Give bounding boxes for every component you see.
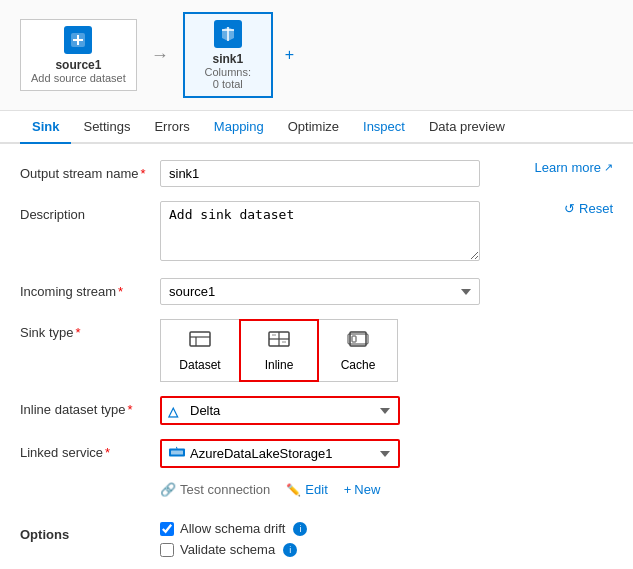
linked-service-select-wrapper: AzureDataLakeStorage1 <box>160 439 400 468</box>
validate-schema-checkbox[interactable] <box>160 543 174 557</box>
sink-type-cache[interactable]: Cache <box>318 319 398 382</box>
pipeline-arrow: → <box>145 45 175 66</box>
incoming-stream-select[interactable]: source1 <box>160 278 480 305</box>
validate-schema-label: Validate schema <box>180 542 275 557</box>
linked-service-label: Linked service* <box>20 439 160 460</box>
inline-dataset-type-row: Inline dataset type* △ Delta <box>20 396 613 425</box>
dataset-icon <box>189 329 211 354</box>
connection-actions-label <box>20 482 160 488</box>
new-button[interactable]: + New <box>344 482 381 497</box>
tab-bar: Sink Settings Errors Mapping Optimize In… <box>0 111 633 144</box>
inline-dataset-type-label: Inline dataset type* <box>20 396 160 417</box>
test-connection-icon: 🔗 <box>160 482 176 497</box>
actions-row: 🔗 Test connection ✏️ Edit + New <box>160 482 613 497</box>
sink-type-group: Dataset Inline Cache <box>160 319 613 382</box>
sink-type-inline[interactable]: Inline <box>239 319 319 382</box>
sink-type-label: Sink type* <box>20 319 160 340</box>
incoming-stream-row: Incoming stream* source1 <box>20 278 613 305</box>
linked-service-select[interactable]: AzureDataLakeStorage1 <box>162 441 398 466</box>
source-icon <box>64 26 92 54</box>
sink-node[interactable]: sink1 Columns: 0 total <box>183 12 273 98</box>
svg-rect-11 <box>352 336 356 342</box>
sink-icon <box>214 20 242 48</box>
sink-type-dataset[interactable]: Dataset <box>160 319 240 382</box>
tab-data-preview[interactable]: Data preview <box>417 111 517 144</box>
sink-type-control: Dataset Inline Cache <box>160 319 613 382</box>
tab-mapping[interactable]: Mapping <box>202 111 276 144</box>
learn-more-link[interactable]: Learn more ↗ <box>535 160 613 175</box>
linked-service-row: Linked service* AzureDataLakeStorage1 <box>20 439 613 468</box>
source-node-sub: Add source dataset <box>31 72 126 84</box>
pipeline-header: source1 Add source dataset → sink1 Colum… <box>0 0 633 111</box>
reset-icon: ↺ <box>564 201 575 216</box>
description-input[interactable]: Add sink dataset <box>160 201 480 261</box>
tab-sink[interactable]: Sink <box>20 111 71 144</box>
connection-actions-control: 🔗 Test connection ✏️ Edit + New <box>160 482 613 507</box>
svg-rect-1 <box>190 332 210 346</box>
tab-settings[interactable]: Settings <box>71 111 142 144</box>
allow-schema-drift-label: Allow schema drift <box>180 521 285 536</box>
plus-icon: + <box>344 482 352 497</box>
source-node[interactable]: source1 Add source dataset <box>20 19 137 91</box>
validate-schema-row: Validate schema i <box>160 542 613 557</box>
edit-button[interactable]: ✏️ Edit <box>286 482 327 497</box>
description-control: Add sink dataset <box>160 201 552 264</box>
allow-schema-drift-checkbox[interactable] <box>160 522 174 536</box>
tab-optimize[interactable]: Optimize <box>276 111 351 144</box>
options-row: Options Allow schema drift i Validate sc… <box>20 521 613 563</box>
sink-node-label: sink1 <box>212 52 243 66</box>
edit-icon: ✏️ <box>286 483 301 497</box>
cache-icon <box>347 329 369 354</box>
test-connection-button[interactable]: 🔗 Test connection <box>160 482 270 497</box>
connection-actions-row: 🔗 Test connection ✏️ Edit + New <box>20 482 613 507</box>
source-node-label: source1 <box>55 58 101 72</box>
output-stream-control <box>160 160 523 187</box>
sink-type-row: Sink type* Dataset Inline <box>20 319 613 382</box>
add-node-button[interactable]: + <box>285 46 294 64</box>
description-label: Description <box>20 201 160 222</box>
inline-dataset-type-select[interactable]: Delta <box>162 398 398 423</box>
linked-service-control: AzureDataLakeStorage1 <box>160 439 613 468</box>
svg-rect-10 <box>348 334 368 344</box>
reset-button[interactable]: ↺ Reset <box>564 201 613 216</box>
incoming-stream-control: source1 <box>160 278 613 305</box>
incoming-stream-label: Incoming stream* <box>20 278 160 299</box>
inline-dataset-select-wrapper: △ Delta <box>160 396 400 425</box>
output-stream-input[interactable] <box>160 160 480 187</box>
sink-columns-val: 0 total <box>213 78 243 90</box>
inline-dataset-type-control: △ Delta <box>160 396 613 425</box>
tab-errors[interactable]: Errors <box>142 111 201 144</box>
tab-inspect[interactable]: Inspect <box>351 111 417 144</box>
learn-more-area: Learn more ↗ <box>535 160 613 175</box>
output-stream-row: Output stream name* Learn more ↗ <box>20 160 613 187</box>
output-stream-label: Output stream name* <box>20 160 160 181</box>
validate-schema-info-icon[interactable]: i <box>283 543 297 557</box>
sink-node-sub: Columns: <box>205 66 251 78</box>
inline-icon <box>268 329 290 354</box>
reset-area: ↺ Reset <box>564 201 613 216</box>
options-label: Options <box>20 521 160 542</box>
description-row: Description Add sink dataset ↺ Reset <box>20 201 613 264</box>
form-area: Output stream name* Learn more ↗ Descrip… <box>0 144 633 569</box>
allow-schema-drift-row: Allow schema drift i <box>160 521 613 536</box>
options-control: Allow schema drift i Validate schema i <box>160 521 613 563</box>
external-link-icon: ↗ <box>604 161 613 174</box>
allow-schema-drift-info-icon[interactable]: i <box>293 522 307 536</box>
